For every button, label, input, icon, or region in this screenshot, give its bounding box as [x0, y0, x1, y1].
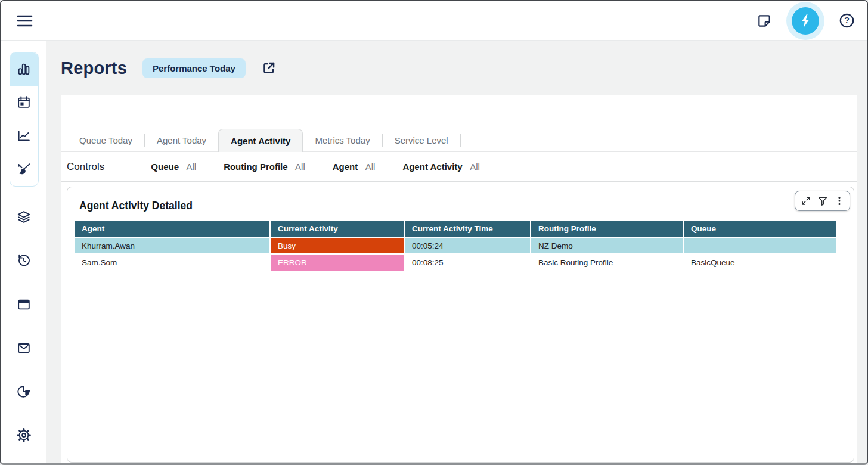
cell-activity-time: 00:05:24 — [404, 237, 531, 254]
notepad-icon[interactable] — [757, 13, 772, 29]
notepad-glyph — [757, 13, 772, 29]
help-glyph: ? — [839, 13, 855, 29]
bar-chart-icon — [16, 61, 32, 77]
filter-value: All — [365, 162, 376, 172]
cell-queue — [683, 237, 836, 254]
filter-name: Queue — [151, 162, 179, 172]
table-row: Khurram.Awan Busy 00:05:24 NZ Demo — [75, 237, 836, 254]
controls-label: Controls — [67, 161, 104, 173]
sidebar-item-history[interactable] — [10, 244, 38, 277]
sidebar-item-mail[interactable] — [10, 332, 38, 364]
sidebar-item-reports[interactable] — [10, 52, 38, 86]
hamburger-menu-icon[interactable] — [17, 14, 33, 28]
brush-icon — [16, 162, 32, 177]
kebab-glyph — [834, 196, 845, 206]
kebab-menu-icon[interactable] — [832, 194, 847, 209]
cell-agent: Sam.Som — [75, 254, 270, 271]
sidebar-item-settings[interactable] — [10, 419, 38, 451]
expand-glyph — [801, 196, 811, 206]
main-content: Reports Performance Today Queue Today — [46, 41, 867, 463]
cell-agent: Khurram.Awan — [75, 237, 270, 254]
controls-bar: Controls Queue All Routing Profile All A… — [61, 152, 857, 182]
svg-text:?: ? — [844, 16, 850, 25]
lightning-button-halo — [786, 2, 824, 40]
app-window: ? — [0, 0, 868, 465]
sidebar-item-schedule[interactable] — [10, 86, 38, 119]
filter-routing-profile[interactable]: Routing Profile All — [224, 162, 305, 172]
cell-routing-profile: Basic Routing Profile — [531, 254, 683, 271]
sidebar-item-pie-reports[interactable] — [10, 376, 38, 408]
topbar-actions: ? — [757, 2, 855, 40]
lightning-glyph — [798, 13, 813, 29]
cell-current-activity: Busy — [270, 237, 404, 254]
report-panel: Queue Today Agent Today Agent Activity M… — [61, 95, 857, 463]
card-toolbar — [795, 191, 850, 211]
external-link-glyph — [261, 60, 277, 76]
report-name-badge[interactable]: Performance Today — [142, 58, 246, 78]
layers-icon — [16, 209, 32, 225]
mail-icon — [16, 340, 32, 356]
filter-value: All — [295, 162, 305, 172]
column-header-routing-profile[interactable]: Routing Profile — [531, 221, 683, 237]
page-header: Reports Performance Today — [46, 41, 867, 95]
cell-activity-time: 00:08:25 — [404, 254, 531, 271]
page-title: Reports — [61, 58, 127, 78]
filter-agent[interactable]: Agent All — [333, 162, 376, 172]
app-body: Reports Performance Today Queue Today — [1, 41, 867, 463]
filter-queue[interactable]: Queue All — [151, 162, 196, 172]
topbar: ? — [1, 1, 867, 41]
cell-queue: BasicQueue — [683, 254, 836, 271]
gear-icon — [16, 427, 32, 443]
filter-value: All — [470, 162, 480, 172]
funnel-glyph — [817, 196, 828, 206]
agent-activity-table: Agent Current Activity Current Activity … — [75, 221, 836, 271]
card-title: Agent Activity Detailed — [79, 200, 847, 212]
history-icon — [16, 253, 32, 268]
calendar-icon — [16, 95, 32, 110]
sidebar-item-browser[interactable] — [10, 288, 38, 320]
column-header-current-activity-time[interactable]: Current Activity Time — [404, 221, 531, 237]
tab-bar: Queue Today Agent Today Agent Activity M… — [61, 95, 857, 152]
lightning-bolt-icon[interactable] — [792, 7, 819, 35]
column-header-queue[interactable]: Queue — [683, 221, 836, 237]
filter-funnel-icon[interactable] — [815, 194, 830, 209]
cell-current-activity: ERROR — [270, 254, 404, 271]
filter-name: Agent — [333, 162, 358, 172]
filter-name: Routing Profile — [224, 162, 288, 172]
tab-divider — [460, 134, 461, 147]
sidebar-reports-group — [10, 52, 39, 187]
cell-routing-profile: NZ Demo — [531, 237, 683, 254]
line-chart-icon — [16, 128, 32, 144]
external-link-icon[interactable] — [261, 60, 277, 76]
sidebar-item-customize[interactable] — [10, 153, 38, 186]
filter-agent-activity[interactable]: Agent Activity All — [402, 162, 479, 172]
sidebar-item-trends[interactable] — [10, 119, 38, 153]
tab-agent-today[interactable]: Agent Today — [145, 129, 218, 151]
column-header-current-activity[interactable]: Current Activity — [270, 221, 404, 237]
filter-name: Agent Activity — [402, 162, 462, 172]
pie-chart-icon — [16, 384, 32, 399]
tab-queue-today[interactable]: Queue Today — [67, 129, 144, 151]
hamburger-glyph — [17, 14, 33, 28]
tab-service-level[interactable]: Service Level — [383, 129, 460, 151]
help-question-icon[interactable]: ? — [839, 13, 855, 29]
tab-metrics-today[interactable]: Metrics Today — [303, 129, 382, 151]
expand-icon[interactable] — [798, 194, 813, 209]
sidebar-item-layers[interactable] — [10, 201, 38, 233]
agent-activity-card: Agent Activity Detailed Agent Current Ac… — [67, 187, 854, 463]
table-row: Sam.Som ERROR 00:08:25 Basic Routing Pro… — [75, 254, 836, 271]
sidebar — [1, 41, 46, 463]
tab-agent-activity[interactable]: Agent Activity — [218, 129, 303, 152]
window-icon — [16, 297, 32, 312]
table-header-row: Agent Current Activity Current Activity … — [75, 221, 836, 237]
column-header-agent[interactable]: Agent — [75, 221, 270, 237]
filter-value: All — [186, 162, 196, 172]
